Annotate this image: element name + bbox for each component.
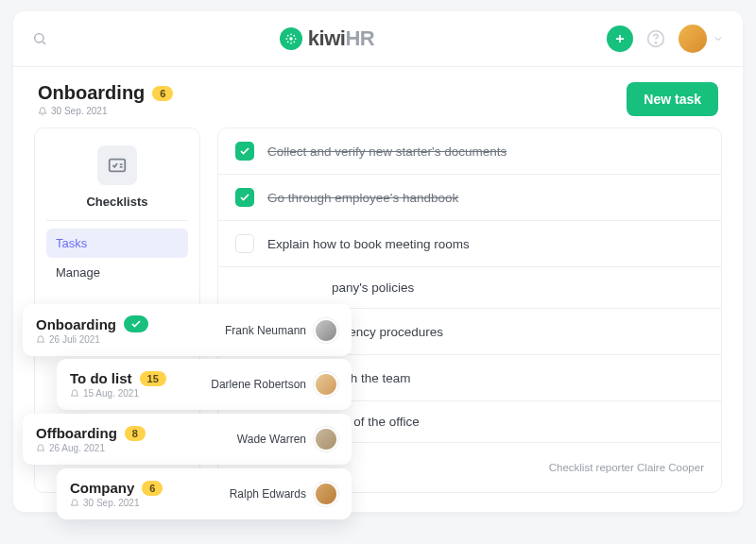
checkbox-empty-icon[interactable]	[235, 234, 254, 253]
brand-logo-icon	[280, 27, 302, 50]
sidebar-item-manage[interactable]: Manage	[46, 258, 188, 287]
reporter: Frank Neumann	[225, 318, 338, 343]
task-row[interactable]: Go through employee's handbook	[218, 175, 721, 221]
count-badge: 6	[152, 86, 173, 101]
page-header: Onboarding 6 30 Sep. 2021 New task	[13, 67, 743, 128]
bell-icon	[36, 444, 45, 453]
chevron-down-icon	[713, 33, 724, 44]
page-title-block: Onboarding 6 30 Sep. 2021	[38, 82, 173, 116]
avatar	[314, 372, 338, 397]
bell-icon	[70, 389, 79, 399]
task-row[interactable]: Explain how to book meeting rooms	[218, 221, 721, 267]
overlay-card-todolist[interactable]: To do list 15 15 Aug. 2021 Darlene Rober…	[57, 359, 352, 410]
help-icon[interactable]	[646, 29, 665, 48]
bell-icon	[38, 107, 47, 116]
add-button[interactable]	[607, 26, 633, 52]
brand-name: kiwiHR	[308, 26, 374, 51]
checklist-icon	[97, 145, 137, 185]
new-task-button[interactable]: New task	[627, 82, 718, 116]
sidebar-item-tasks[interactable]: Tasks	[46, 229, 188, 258]
task-row[interactable]: pany's policies	[218, 267, 721, 309]
overlay-card-offboarding[interactable]: Offboarding 8 26 Aug. 2021 Wade Warren	[23, 414, 352, 465]
svg-point-4	[290, 42, 292, 44]
count-badge: 15	[140, 371, 166, 386]
reporter: Darlene Robertson	[211, 372, 338, 397]
svg-point-6	[295, 38, 297, 40]
overlay-card-company[interactable]: Company 6 30 Sep. 2021 Ralph Edwards	[57, 468, 352, 519]
svg-point-14	[655, 42, 656, 43]
search-icon[interactable]	[32, 31, 47, 46]
svg-point-5	[285, 38, 287, 40]
overlay-card-onboarding[interactable]: Onboarding 26 Juli 2021 Frank Neumann	[23, 304, 352, 356]
user-menu[interactable]	[679, 25, 724, 53]
reporter: Ralph Edwards	[230, 482, 338, 506]
svg-point-7	[287, 35, 289, 37]
bell-icon	[70, 499, 79, 508]
user-avatar	[679, 25, 707, 53]
checkbox-checked-icon[interactable]	[235, 188, 254, 207]
topbar-actions	[607, 25, 724, 53]
svg-point-9	[287, 41, 289, 42]
svg-point-3	[290, 33, 292, 35]
svg-point-8	[293, 35, 295, 37]
avatar	[314, 482, 338, 506]
page-title: Onboarding	[38, 82, 145, 104]
task-row[interactable]: Collect and verify new starter's documen…	[218, 128, 721, 175]
bell-icon	[36, 335, 45, 345]
avatar	[314, 318, 338, 343]
svg-rect-15	[110, 160, 126, 172]
avatar	[314, 427, 338, 451]
svg-point-10	[293, 41, 295, 42]
brand: kiwiHR	[47, 26, 607, 51]
topbar: kiwiHR	[13, 11, 743, 67]
reporter: Wade Warren	[237, 427, 338, 451]
page-date: 30 Sep. 2021	[38, 106, 173, 116]
svg-line-1	[43, 42, 45, 44]
svg-point-0	[35, 34, 43, 42]
checkbox-checked-icon[interactable]	[235, 142, 254, 161]
count-badge: 8	[125, 426, 146, 441]
count-badge: 6	[142, 481, 163, 496]
sidebar-title: Checklists	[46, 195, 188, 221]
svg-point-2	[289, 37, 293, 41]
check-pill-icon	[124, 315, 148, 332]
